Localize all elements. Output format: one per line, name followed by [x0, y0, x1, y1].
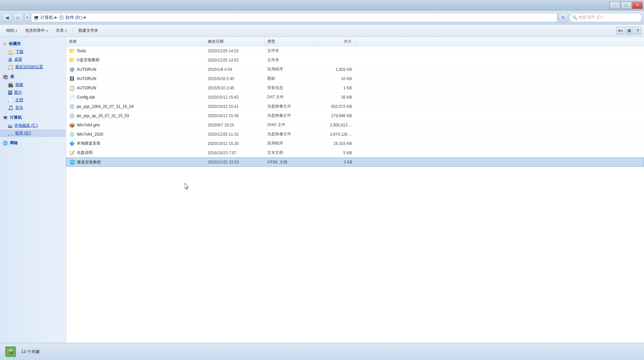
new-folder-button[interactable]: 新建文件夹 — [75, 26, 102, 35]
table-row[interactable]: 📁 U盘安装教程 2020/12/25 14:52 文件夹 — [66, 56, 644, 65]
file-name-cell: 💠 本地硬盘安装 — [66, 140, 205, 148]
view-dropdown-icon: ▾ — [621, 29, 623, 32]
help-button[interactable]: ? — [634, 27, 641, 35]
table-row[interactable]: 💿 Win7x64_2020 2020/12/25 11:32 光盘映像文件 3… — [66, 130, 644, 139]
forward-button[interactable]: ▶ — [13, 13, 23, 22]
file-size-cell: 279,696 KB — [318, 112, 357, 119]
file-date-cell: 2015/5/10 2:45 — [205, 75, 265, 82]
file-date-cell: 2020/10/12 15:42 — [205, 94, 265, 101]
file-type-cell: 图标 — [265, 75, 318, 82]
recent-label: 最近访问的位置 — [15, 64, 43, 70]
include-library-button[interactable]: 包含到库中 ▾ — [21, 26, 52, 35]
desktop-label: 桌面 — [14, 57, 22, 62]
sidebar-item-download[interactable]: 📁 下载 — [0, 48, 66, 56]
file-type-cell: GHO 文件 — [265, 121, 318, 129]
breadcrumb-drive-icon: 💿 — [59, 15, 64, 20]
sidebar-item-documents[interactable]: 📄 文档 — [0, 96, 66, 104]
network-icon: 🌐 — [3, 141, 8, 146]
column-headers: 名称 修改日期 类型 大小 — [66, 37, 644, 46]
file-name: 硬盘安装教程 — [77, 159, 101, 165]
file-type-cell: 光盘映像文件 — [265, 112, 318, 119]
sidebar-header-network[interactable]: 🌐 网络 — [0, 139, 66, 147]
desktop-icon: 🖥 — [8, 57, 12, 62]
sidebar-section-favorites: ★ 收藏夹 📁 下载 🖥 桌面 📋 最近访问的位置 — [0, 40, 66, 71]
col-header-type[interactable]: 类型 — [265, 37, 318, 46]
file-type-cell: 安装信息 — [265, 84, 318, 92]
table-row[interactable]: 💠 本地硬盘安装 2020/10/12 15:30 应用程序 28,315 KB — [66, 139, 644, 148]
file-name: AUTORUN — [77, 67, 96, 72]
organize-label: 组织 — [6, 28, 14, 33]
preview-pane-button[interactable]: ⊞ — [626, 27, 633, 35]
organize-dropdown-icon: ▾ — [16, 29, 17, 32]
table-row[interactable]: 📄 Config.dat 2020/10/12 15:42 DAT 文件 36 … — [66, 93, 644, 102]
sidebar-header-favorites[interactable]: ★ 收藏夹 — [0, 40, 66, 48]
sidebar-item-drive-d[interactable]: 💿 软件 (D:) — [0, 129, 66, 137]
titlebar: － □ ✕ — [0, 0, 644, 11]
sidebar-item-music[interactable]: 🎵 音乐 — [0, 104, 66, 112]
view-options-button[interactable]: ≡ ▾ — [616, 27, 624, 35]
sidebar-item-drive-c[interactable]: 🖴 本地磁盘 (C:) — [0, 122, 66, 129]
file-name: Tools — [77, 49, 86, 53]
file-name: AUTORUN — [77, 86, 96, 90]
sidebar-item-pictures[interactable]: 🖼 图片 — [0, 89, 66, 96]
empty-space — [66, 167, 644, 266]
file-name-cell: 📦 Win7x64.gho — [66, 121, 205, 129]
file-name-cell: 💿 Win7x64_2020 — [66, 130, 205, 138]
table-row[interactable]: 💿 pe_yqs_1064_20_07_31_16_04 2020/10/12 … — [66, 102, 644, 111]
col-header-size[interactable]: 大小 — [318, 37, 357, 46]
sidebar-section-computer: 💻 计算机 🖴 本地磁盘 (C:) 💿 软件 (D:) — [0, 113, 66, 137]
file-type-cell: 文件夹 — [265, 56, 318, 64]
documents-icon: 📄 — [8, 98, 13, 103]
table-row[interactable]: 📦 Win7x64.gho 2019/9/7 19:25 GHO 文件 2,90… — [66, 120, 644, 130]
download-label: 下载 — [16, 49, 23, 55]
col-header-name[interactable]: 名称 — [66, 37, 205, 46]
maximize-button[interactable]: □ — [621, 2, 631, 9]
col-header-date[interactable]: 修改日期 — [205, 37, 265, 46]
file-name: Config.dat — [77, 95, 95, 100]
file-name: U盘安装教程 — [77, 57, 100, 63]
file-date-cell: 2020/10/12 15:36 — [205, 112, 265, 119]
file-date-cell: 2020/10/12 15:41 — [205, 103, 265, 110]
table-row[interactable]: ⚙️ AUTORUN 2016/1/8 4:54 应用程序 1,926 KB — [66, 65, 644, 74]
breadcrumb-computer[interactable]: 计算机 — [40, 15, 53, 21]
file-rows-container: 📁 Tools 2020/12/25 14:52 文件夹 📁 U盘安装教程 20… — [66, 46, 644, 167]
share-button[interactable]: 共享 ▾ — [52, 26, 70, 35]
breadcrumb-drive[interactable]: 软件 (D:) — [65, 15, 82, 21]
include-dropdown-icon: ▾ — [46, 29, 48, 32]
file-icon: 🌐 — [69, 159, 75, 165]
breadcrumb: 💻 计算机 ▶ 💿 软件 (D:) ▶ — [31, 13, 557, 22]
file-date-cell: 2015/5/10 2:45 — [205, 85, 265, 91]
file-name: Win7x64_2020 — [77, 132, 103, 137]
file-name-cell: 🌐 硬盘安装教程 — [66, 158, 205, 166]
file-size-cell: 652,072 KB — [318, 103, 357, 110]
recent-button[interactable]: ▾ — [24, 13, 30, 22]
table-row[interactable]: 📁 Tools 2020/12/25 14:52 文件夹 — [66, 46, 644, 56]
sidebar-header-library[interactable]: 📚 库 — [0, 73, 66, 81]
file-type-cell: 光盘映像文件 — [265, 103, 318, 110]
sidebar-item-recent[interactable]: 📋 最近访问的位置 — [0, 63, 66, 71]
statusbar: 📦 13 个对象 — [0, 343, 644, 360]
close-button[interactable]: ✕ — [632, 2, 643, 9]
table-row[interactable]: 📝 光盘说明 2016/10/23 7:07 文本文档 5 KB — [66, 148, 644, 158]
network-label: 网络 — [10, 140, 18, 146]
view-icon: ≡ — [618, 28, 621, 33]
search-bar[interactable]: 🔍 搜索 软件 (D:) — [569, 13, 642, 22]
file-name: 光盘说明 — [77, 150, 93, 156]
file-name-cell: 💿 pe_yqs_1064_20_07_31_16_04 — [66, 103, 205, 111]
sidebar-header-computer[interactable]: 💻 计算机 — [0, 113, 66, 122]
table-row[interactable]: 💿 pe_yqs_xp_20_07_31_15_53 2020/10/12 15… — [66, 111, 644, 120]
table-row[interactable]: 🌐 硬盘安装教程 2016/11/21 22:03 HTML 文档 3 KB — [66, 158, 644, 167]
breadcrumb-drive-label: 软件 (D:) — [65, 15, 82, 21]
sidebar-item-desktop[interactable]: 🖥 桌面 — [0, 56, 66, 63]
search-icon: 🔍 — [572, 15, 577, 20]
refresh-button[interactable]: ↻ — [559, 13, 568, 22]
file-date-cell: 2016/10/23 7:07 — [205, 150, 265, 156]
organize-button[interactable]: 组织 ▾ — [3, 26, 21, 35]
table-row[interactable]: 📋 AUTORUN 2015/5/10 2:45 安装信息 1 KB — [66, 83, 644, 93]
table-row[interactable]: 🖼 AUTORUN 2015/5/10 2:45 图标 10 KB — [66, 74, 644, 83]
include-library-label: 包含到库中 — [25, 28, 45, 33]
back-button[interactable]: ◀ — [2, 13, 12, 22]
file-icon: 📁 — [69, 57, 75, 63]
sidebar-item-video[interactable]: 🎬 视频 — [0, 81, 66, 89]
minimize-button[interactable]: － — [610, 2, 620, 9]
